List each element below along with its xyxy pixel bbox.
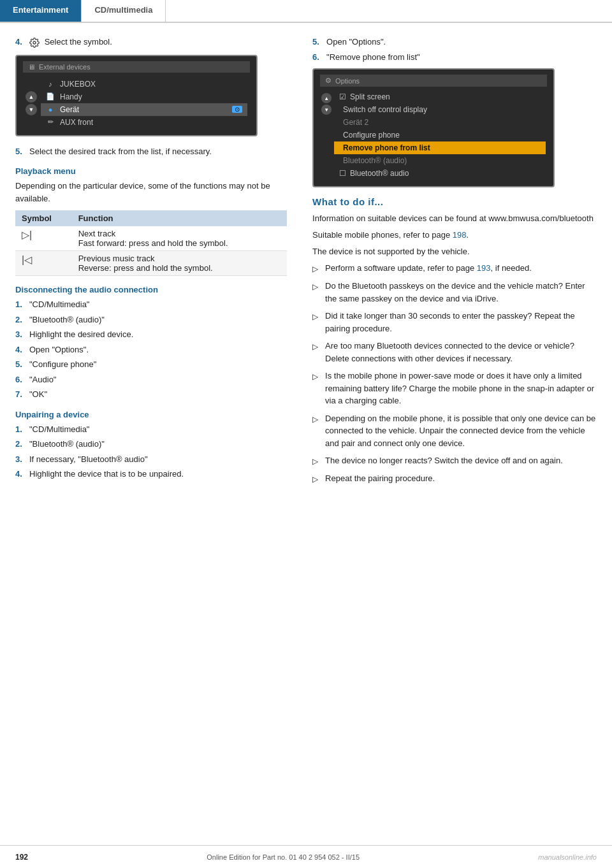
symbol-next: ▷|: [15, 226, 72, 251]
nav-down-arrow[interactable]: ▼: [26, 104, 37, 115]
options-screen: ⚙ Options ▲ ▼ ☑ Split screen Switch off …: [312, 68, 555, 187]
step-5-right-block: 5. Open "Options".: [312, 36, 597, 48]
step-4-text: Select the symbol.: [29, 36, 112, 48]
table-col-function: Function: [72, 210, 287, 226]
list-item: ▷ Depending on the mobile phone, it is p…: [312, 412, 597, 450]
bullet-arrow-icon: ▷: [312, 263, 321, 275]
symbol-prev: |◁: [15, 251, 72, 276]
footer-watermark: manualsonline.info: [538, 853, 597, 861]
nav-down-btn[interactable]: ▼: [321, 105, 332, 115]
what-para-1: Information on suitable devices can be f…: [312, 212, 597, 225]
tab-entertainment[interactable]: Entertainment: [0, 0, 82, 22]
right-column: 5. Open "Options". 6. "Remove phone from…: [306, 36, 597, 490]
opt-split-screen: ☑ Split screen: [334, 90, 546, 103]
list-item: ▷ Is the mobile phone in power-save mode…: [312, 370, 597, 407]
page-193-link[interactable]: 193: [477, 263, 491, 273]
list-item: ▷ The device no longer reacts? Switch th…: [312, 454, 597, 467]
list-item: ▷ Did it take longer than 30 seconds to …: [312, 310, 597, 335]
step-5-left-block: 5. Select the desired track from the lis…: [15, 145, 287, 158]
unpairing-heading: Unpairing a device: [15, 410, 287, 419]
opt-remove-phone: Remove phone from list: [334, 141, 546, 154]
list-item: ▷ Are too many Bluetooth devices connect…: [312, 340, 597, 365]
checkbox-split: ☑: [339, 92, 346, 101]
opt-gerat2: Gerät 2: [334, 116, 546, 129]
step-5-left-num: 5.: [15, 145, 29, 158]
list-item: ▷ Perform a software update, refer to pa…: [312, 262, 597, 275]
page-198-link[interactable]: 198: [453, 230, 467, 240]
opt-bluetooth-audio: ☐ Bluetooth® audio: [334, 167, 546, 180]
bullet-arrow-icon: ▷: [312, 474, 321, 485]
step-6-right-block: 6. "Remove phone from list": [312, 51, 597, 64]
disconnect-heading: Disconnecting the audio connection: [15, 285, 287, 294]
disconnect-step-3: 3. Highlight the desired device.: [15, 328, 287, 341]
screen-item-aux: ✏ AUX front: [41, 116, 247, 129]
bullet-arrow-icon: ▷: [312, 414, 321, 425]
what-para-2: Suitable mobile phones, refer to page 19…: [312, 229, 597, 242]
nav-up-btn[interactable]: ▲: [321, 93, 332, 103]
phone-icon: 📄: [46, 92, 55, 101]
svg-point-0: [33, 41, 36, 44]
screen-item-jukebox: ♪ JUKEBOX: [41, 78, 247, 90]
func-next: Next track Fast forward: press and hold …: [72, 226, 287, 251]
unpairing-step-1: 1. "CD/Multimedia": [15, 423, 287, 436]
opt-configure-phone: Configure phone: [334, 129, 546, 141]
list-item: ▷ Repeat the pairing procedure.: [312, 472, 597, 485]
playback-menu-heading: Playback menu: [15, 166, 287, 176]
step-4-block: 4. Select the symbol.: [15, 36, 287, 48]
disconnect-step-2: 2. "Bluetooth® (audio)": [15, 314, 287, 326]
what-to-do-heading: What to do if...: [312, 196, 597, 207]
table-row: |◁ Previous music track Reverse: press a…: [15, 251, 287, 276]
what-para-3: The device is not supported by the vehic…: [312, 245, 597, 258]
bullet-arrow-icon: ▷: [312, 311, 321, 322]
screen-title-icon: 🖥: [28, 63, 35, 71]
bullet-arrow-icon: ▷: [312, 371, 321, 382]
bullet-arrow-icon: ▷: [312, 281, 321, 293]
screen-item-gerat: ● Gerät ⊙: [41, 103, 247, 116]
options-title-text: Options: [335, 77, 360, 85]
disconnect-step-6: 6. "Audio": [15, 373, 287, 386]
bullet-arrow-icon: ▷: [312, 341, 321, 352]
page-footer: 192 Online Edition for Part no. 01 40 2 …: [0, 845, 612, 868]
aux-icon: ✏: [46, 118, 55, 126]
unpairing-step-4: 4. Highlight the device that is to be un…: [15, 468, 287, 481]
screen-title-text: External devices: [39, 63, 91, 71]
disconnect-step-5: 5. "Configure phone": [15, 358, 287, 371]
music-icon: ♪: [46, 80, 55, 88]
left-column: 4. Select the symbol. 🖥 External devices: [15, 36, 306, 490]
playback-para: Depending on the particular device, some…: [15, 180, 287, 205]
table-col-symbol: Symbol: [15, 210, 72, 226]
unpairing-step-3: 3. If necessary, "Bluetooth® audio": [15, 453, 287, 466]
step-4-num: 4.: [15, 36, 29, 48]
options-title-bar: ⚙ Options: [320, 75, 547, 87]
opt-bluetooth-audio-greyed: Bluetooth® (audio): [334, 154, 546, 167]
unpairing-step-2: 2. "Bluetooth® (audio)": [15, 438, 287, 451]
page-header: Entertainment CD/multimedia: [0, 0, 612, 23]
func-prev: Previous music track Reverse: press and …: [72, 251, 287, 276]
unpairing-steps: 1. "CD/Multimedia" 2. "Bluetooth® (audio…: [15, 423, 287, 481]
bullet-arrow-icon: ▷: [312, 456, 321, 467]
nav-up-arrow[interactable]: ▲: [26, 91, 37, 103]
check-icon: ●: [46, 106, 55, 113]
options-title-icon: ⚙: [325, 76, 332, 85]
screen-title-bar: 🖥 External devices: [23, 61, 250, 73]
list-item: ▷ Do the Bluetooth passkeys on the devic…: [312, 280, 597, 305]
disconnect-step-4: 4. Open "Options".: [15, 344, 287, 356]
function-table: Symbol Function ▷| Next track Fast forwa…: [15, 210, 287, 276]
table-row: ▷| Next track Fast forward: press and ho…: [15, 226, 287, 251]
disconnect-steps: 1. "CD/Multimedia" 2. "Bluetooth® (audio…: [15, 298, 287, 401]
main-content: 4. Select the symbol. 🖥 External devices: [0, 23, 612, 503]
checkbox-bluetooth: ☐: [339, 169, 346, 178]
step-5-left-text: Select the desired track from the list, …: [29, 145, 212, 158]
opt-switch-off-display: Switch off control display: [334, 103, 546, 116]
gear-icon: [29, 38, 40, 48]
external-devices-screen: 🖥 External devices ▲ ▼ ♪ JUKEBOX 📄 Handy: [15, 55, 258, 136]
footer-notice: Online Edition for Part no. 01 40 2 954 …: [207, 853, 360, 861]
page-number: 192: [15, 853, 28, 862]
tab-cd-multimedia[interactable]: CD/multimedia: [82, 0, 166, 22]
bullet-list: ▷ Perform a software update, refer to pa…: [312, 262, 597, 485]
disconnect-step-1: 1. "CD/Multimedia": [15, 298, 287, 311]
disconnect-step-7: 7. "OK": [15, 388, 287, 401]
screen-item-handy: 📄 Handy: [41, 90, 247, 103]
